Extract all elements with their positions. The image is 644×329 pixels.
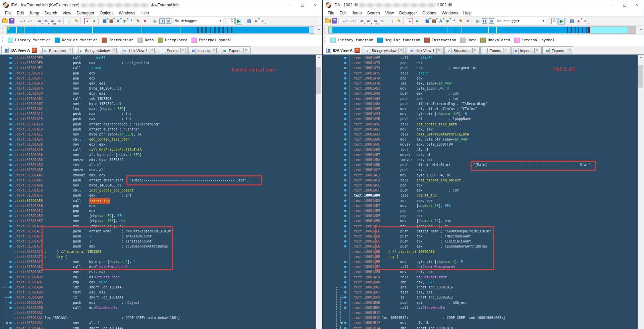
- disassembly-line[interactable]: .text:10001B05jnzshort loc_10001B16: [323, 285, 638, 290]
- disassembly-line[interactable]: .text:10001B12: [323, 310, 638, 315]
- menu-edit[interactable]: Edit: [14, 10, 26, 16]
- disassembly-line[interactable]: .text:013D1A1Emovbyte ptr [ebp+var_5ED],…: [0, 132, 316, 137]
- tab-exports[interactable]: ▥Exports×: [542, 46, 573, 54]
- disassembly-line[interactable]: .text:013D1A19pushoffset aCinfos; "CInfo…: [0, 127, 316, 132]
- disassembly-line[interactable]: .text:10001ADFpopecx: [323, 213, 638, 218]
- scroll-up-icon[interactable]: [638, 55, 644, 60]
- disassembly-line[interactable]: .text:10001B09jzshort loc_10001B12: [323, 295, 638, 300]
- make-data-icon[interactable]: ▦+: [431, 18, 437, 24]
- disassembly-line[interactable]: .text:10001A6Ecall__time64: [323, 55, 638, 60]
- disassembly-line[interactable]: .text:10001AB7movzxecx, al: [323, 152, 638, 157]
- vertical-scrollbar[interactable]: [316, 55, 322, 329]
- disassembly-line[interactable]: .text:013D1A50callinit_global_log_object: [0, 188, 316, 193]
- tab-exports[interactable]: ▥Exports×: [220, 46, 251, 54]
- disassembly-view[interactable]: .text:10001A6Ecall__time64.text:10001A73…: [323, 55, 644, 329]
- navigate-back-icon[interactable]: ←▾: [19, 18, 25, 24]
- open-file-icon[interactable]: [2, 18, 8, 24]
- disassembly-line[interactable]: .text:10001A74pusheax; unsigned int: [323, 65, 638, 70]
- disassembly-line[interactable]: .text:10001AC3movbyte_100DFFD4, dl: [323, 173, 638, 178]
- disassembly-line[interactable]: .text:013D1A02callsub_13D33D8: [0, 96, 316, 101]
- disassembly-line[interactable]: .text:013D1AA3jmpshort loc_13D1AA7: [0, 326, 316, 329]
- script-file-icon[interactable]: ▤: [569, 18, 575, 24]
- analysis-indicator-icon[interactable]: ●: [91, 18, 98, 24]
- tab-hex-view-1[interactable]: ◎Hex View-1×: [120, 46, 157, 54]
- highlight-icon[interactable]: ✎: [73, 18, 80, 24]
- navigate-forward-icon[interactable]: →▾: [348, 18, 355, 24]
- search-names-icon[interactable]: ∞#: [36, 18, 43, 24]
- disassembly-line[interactable]: .text:013D1A00movecx, esi: [0, 91, 316, 96]
- navigate-back-icon[interactable]: ←▾: [341, 18, 348, 24]
- disassembly-line[interactable]: .text:013D19F7popecx: [0, 76, 316, 81]
- disassembly-line[interactable]: .text:013D19EBcall__time64: [0, 55, 316, 60]
- disassembly-line[interactable]: .text:10001ACFpusheax; int: [323, 188, 638, 193]
- disassembly-line[interactable]: .text:013D1A87movesi, eax: [0, 269, 316, 274]
- tab-close-icon[interactable]: ×: [32, 48, 37, 53]
- disassembly-line[interactable]: .text:10001AA8moval, byte ptr [ebp+var_4…: [323, 137, 638, 142]
- disassembly-line[interactable]: .text:10001AB5testal, al: [323, 147, 638, 152]
- titlebar[interactable]: IDA - 1002.dll \1002.dll −□×: [323, 0, 644, 10]
- disassembly-line[interactable]: .text:013D1A30moval, byte ptr [ebp+var_5…: [0, 152, 316, 157]
- disassembly-line[interactable]: .text:10001A89pusheax; int: [323, 96, 638, 101]
- debug-pause-icon[interactable]: [159, 18, 165, 24]
- disassembly-line[interactable]: .text:10001B12loc_10001B12:; CODE XREF: …: [323, 315, 638, 320]
- disassembly-line[interactable]: .text:10001B12moval, bl: [323, 320, 638, 325]
- disassembly-line[interactable]: .text:013D1A14pushoffset aIsrecordlog; "…: [0, 122, 316, 127]
- jump-address-icon[interactable]: ↓: [66, 18, 73, 24]
- tab-close-icon[interactable]: ×: [355, 48, 360, 53]
- tab-close-icon[interactable]: ×: [212, 48, 217, 53]
- debugger-select[interactable]: No debugger▼: [496, 18, 546, 24]
- disassembly-line[interactable]: .text:10001ADEpopecx: [323, 208, 638, 213]
- menu-windows[interactable]: Windows: [116, 10, 138, 16]
- debug-start-icon[interactable]: ▶: [152, 18, 159, 24]
- disassembly-line[interactable]: .text:013D1A24callget_config_file_path: [0, 137, 316, 142]
- disassembly-line[interactable]: .text:013D1A94jnzshort loc_13D1AA5: [0, 285, 316, 290]
- continue-icon[interactable]: ▶: [235, 18, 242, 24]
- menu-help[interactable]: Help: [461, 10, 474, 16]
- disassembly-line[interactable]: .text:013D1A5Bpopecx: [0, 203, 316, 208]
- disassembly-line[interactable]: .text:013D1AA1: [0, 310, 316, 315]
- delete-function-icon[interactable]: ×: [464, 18, 471, 24]
- jump-address-icon[interactable]: ↓: [389, 18, 396, 24]
- disassembly-line[interactable]: .text:10001AFAcallds:GetLastError: [323, 275, 638, 280]
- disassembly-line[interactable]: .text:013D1A13pusheax; int: [0, 116, 316, 121]
- tab-enums[interactable]: ≡Enums×: [480, 46, 510, 54]
- disassembly-line[interactable]: .text:10001AA3callcall_GetPrivateProfile…: [323, 132, 638, 137]
- disassembly-line[interactable]: .text:10001B00cmpeax, 0B7h: [323, 280, 638, 285]
- make-ascii-icon[interactable]: A+: [115, 18, 121, 24]
- disassembly-line[interactable]: .text:013D1A55pusheax; int: [0, 193, 316, 198]
- attach-c-icon[interactable]: C: [551, 18, 557, 24]
- tab-ida-view-a[interactable]: ▣IDA View-A×: [324, 46, 362, 54]
- navigation-band[interactable]: [6, 26, 314, 34]
- disassembly-line[interactable]: .text:10001B14jmpshort loc_10001B18: [323, 326, 638, 329]
- menu-help[interactable]: Help: [138, 10, 152, 16]
- disassembly-line[interactable]: .text:013D1A56callprintf_log: [0, 198, 316, 203]
- disassembly-line[interactable]: .text:10001A94movbyte ptr [ebp+var_449],…: [323, 111, 638, 116]
- make-string-icon[interactable]: s+▾: [121, 18, 128, 24]
- disassembly-line[interactable]: .text:013D1A0Cleaeax, [ebp+var_5ED]: [0, 106, 316, 111]
- menu-jump[interactable]: Jump: [26, 10, 42, 16]
- search-binary-icon[interactable]: ∞101: [49, 18, 56, 24]
- search-text-icon[interactable]: ∞T: [365, 18, 372, 24]
- tab-hex-view-1[interactable]: ◎Hex View-1×: [407, 46, 444, 54]
- disassembly-line[interactable]: .text:013D1A29movecx, eax: [0, 142, 316, 147]
- make-code-icon[interactable]: ▦+: [101, 18, 108, 24]
- search-next-icon[interactable]: ∞: [56, 18, 63, 24]
- problems-icon[interactable]: ▲: [84, 18, 90, 24]
- disassembly-view[interactable]: .text:013D19EBcall__time64.text:013D19F0…: [0, 55, 322, 329]
- disassembly-line[interactable]: .text:10001B0Bpushesi; hObject: [323, 300, 638, 305]
- disassembly-line[interactable]: .text:013D19F0pusheax; unsigned int: [0, 60, 316, 65]
- titlebar[interactable]: IDA - KwExternal.idb (KwExternal.exe) \K…: [0, 0, 322, 10]
- disassembly-line[interactable]: .text:013D1A12pusheax; int: [0, 111, 316, 116]
- debugger-select[interactable]: No debugger▼: [173, 18, 223, 24]
- tab-close-icon[interactable]: ×: [150, 48, 155, 53]
- save-file-icon[interactable]: [8, 18, 15, 24]
- disassembly-line[interactable]: .text:013D19F8movedx, edi: [0, 81, 316, 86]
- tab-imports[interactable]: ▥Imports×: [189, 46, 219, 54]
- menu-debugger[interactable]: Debugger: [74, 10, 97, 16]
- tab-close-icon[interactable]: ×: [180, 48, 185, 53]
- disassembly-line[interactable]: .text:10001A73popecx: [323, 60, 638, 65]
- tab-close-icon[interactable]: ×: [243, 48, 248, 53]
- disassembly-line[interactable]: .text:013D1A3Dtestal, al: [0, 162, 316, 167]
- disassembly-line[interactable]: .text:013D1A36movzxedx, byte_14E984C: [0, 157, 316, 162]
- scroll-up-icon[interactable]: [316, 55, 322, 60]
